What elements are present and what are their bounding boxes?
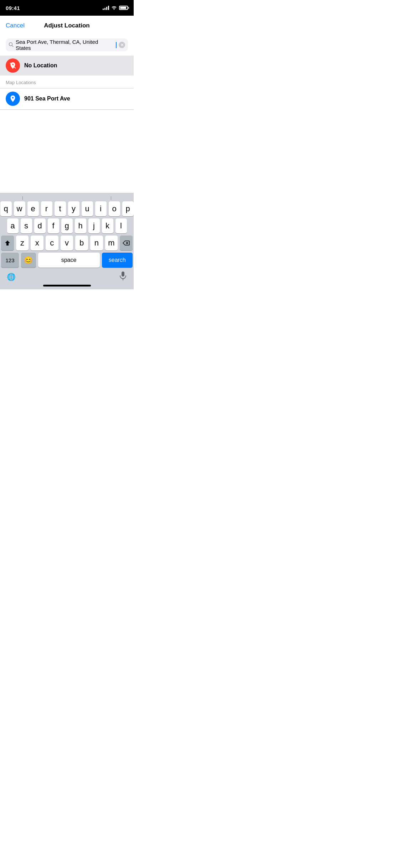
home-indicator	[1, 285, 133, 289]
key-j[interactable]: j	[88, 218, 100, 233]
key-l[interactable]: l	[115, 218, 127, 233]
location-address: 901 Sea Port Ave	[24, 95, 70, 102]
search-clear-button[interactable]: ✕	[119, 42, 125, 48]
key-v[interactable]: v	[61, 236, 73, 250]
key-e[interactable]: e	[27, 201, 39, 216]
key-delete[interactable]	[120, 236, 133, 250]
key-n[interactable]: n	[90, 236, 103, 250]
key-q[interactable]: q	[0, 201, 12, 216]
cancel-button[interactable]: Cancel	[6, 22, 25, 29]
status-bar: 09:41	[0, 0, 134, 16]
search-bar[interactable]: Sea Port Ave, Thermal, CA, United States…	[6, 38, 128, 51]
text-cursor	[116, 42, 117, 48]
search-container: Sea Port Ave, Thermal, CA, United States…	[0, 36, 134, 56]
key-i[interactable]: i	[95, 201, 107, 216]
no-location-label: No Location	[24, 62, 57, 69]
no-location-icon	[6, 58, 20, 73]
key-d[interactable]: d	[34, 218, 46, 233]
location-row[interactable]: 901 Sea Port Ave	[0, 88, 134, 110]
wifi-icon	[111, 5, 117, 11]
nav-bar: Cancel Adjust Location	[0, 16, 134, 36]
key-search[interactable]: search	[102, 253, 133, 268]
search-icon	[9, 42, 14, 48]
key-w[interactable]: w	[14, 201, 25, 216]
keyboard-handles	[1, 196, 133, 200]
key-y[interactable]: y	[68, 201, 79, 216]
key-space[interactable]: space	[38, 253, 100, 268]
key-g[interactable]: g	[61, 218, 73, 233]
key-shift[interactable]	[1, 236, 14, 250]
key-f[interactable]: f	[48, 218, 59, 233]
keyboard-row-1: q w e r t y u i o p	[1, 201, 133, 216]
key-o[interactable]: o	[109, 201, 120, 216]
map-locations-title: Map Locations	[6, 80, 128, 85]
globe-icon[interactable]: 🌐	[4, 273, 19, 281]
key-t[interactable]: t	[55, 201, 66, 216]
page-title: Adjust Location	[44, 22, 89, 29]
keyboard-row-4: 123 😊 space search	[1, 253, 133, 268]
key-a[interactable]: a	[7, 218, 19, 233]
keyboard-last-row: 🌐	[1, 270, 133, 285]
key-p[interactable]: p	[122, 201, 134, 216]
status-time: 09:41	[6, 5, 20, 11]
handle-right	[111, 196, 111, 200]
key-b[interactable]: b	[75, 236, 88, 250]
key-r[interactable]: r	[41, 201, 52, 216]
key-c[interactable]: c	[46, 236, 58, 250]
key-s[interactable]: s	[21, 218, 32, 233]
key-h[interactable]: h	[75, 218, 86, 233]
svg-rect-5	[122, 272, 124, 277]
keyboard: q w e r t y u i o p a s d f g h j k l z …	[0, 193, 134, 289]
keyboard-row-2: a s d f g h j k l	[1, 218, 133, 233]
key-k[interactable]: k	[102, 218, 113, 233]
battery-icon	[119, 6, 128, 10]
key-u[interactable]: u	[82, 201, 93, 216]
no-location-row[interactable]: No Location	[0, 56, 134, 76]
key-emoji[interactable]: 😊	[21, 253, 36, 268]
keyboard-row-3: z x c v b n m	[1, 236, 133, 250]
location-pin-icon	[6, 92, 20, 106]
mic-icon[interactable]	[116, 271, 130, 283]
svg-line-1	[12, 45, 14, 47]
key-z[interactable]: z	[16, 236, 29, 250]
map-locations-section: Map Locations	[0, 76, 134, 88]
key-x[interactable]: x	[31, 236, 43, 250]
search-input[interactable]: Sea Port Ave, Thermal, CA, United States	[16, 39, 113, 51]
home-bar	[43, 285, 91, 286]
key-m[interactable]: m	[105, 236, 118, 250]
handle-left	[22, 196, 23, 200]
status-icons	[103, 5, 128, 11]
signal-icon	[103, 6, 109, 10]
key-numbers[interactable]: 123	[1, 253, 19, 268]
